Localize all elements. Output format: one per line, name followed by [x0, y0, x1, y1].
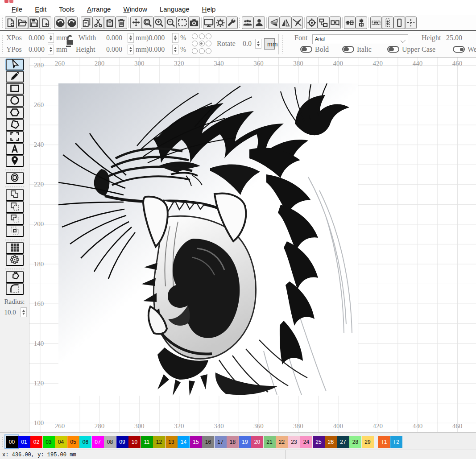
center-origin-button[interactable] [306, 17, 318, 29]
height-spinner[interactable] [128, 45, 134, 54]
distribute-horizontal-button[interactable] [344, 17, 356, 29]
hexagon-tool-tool-button[interactable] [6, 107, 24, 119]
font-select[interactable]: Arial [312, 34, 408, 44]
fillet-corner-tool-button[interactable] [6, 283, 24, 295]
draw-pencil-tool-button[interactable] [6, 71, 24, 83]
color-swatch-17[interactable]: 17 [215, 436, 227, 448]
color-swatch-20[interactable]: 20 [251, 436, 263, 448]
text-height-value[interactable]: 25.00 [446, 33, 462, 43]
skew-button[interactable] [291, 17, 303, 29]
menu-tools[interactable]: Tools [53, 4, 81, 14]
zoom-out-button[interactable] [165, 17, 177, 29]
same-width-button[interactable] [370, 17, 382, 29]
rounded-rect-tool-tool-button[interactable] [6, 131, 24, 143]
height-percent-value[interactable]: )0.000 [146, 45, 165, 54]
color-swatch-T1[interactable]: T1 [378, 436, 390, 448]
anchor-point-0[interactable] [192, 33, 198, 39]
menu-arrange[interactable]: Arrange [81, 4, 117, 14]
align-pair-button[interactable] [329, 17, 341, 29]
copy-button[interactable] [81, 17, 92, 29]
main-toolbar-drag-handle[interactable] [1, 17, 4, 28]
xpos-spinner[interactable] [48, 33, 54, 43]
color-swatch-07[interactable]: 07 [92, 436, 104, 448]
anchor-point-6[interactable] [192, 48, 198, 54]
unit-mm-button[interactable]: mm [264, 38, 275, 50]
color-swatch-22[interactable]: 22 [276, 436, 288, 448]
align-connect-button[interactable] [318, 17, 329, 29]
color-swatch-18[interactable]: 18 [227, 436, 239, 448]
settings-gear-button[interactable] [215, 17, 226, 29]
menu-file[interactable]: File [5, 4, 29, 14]
same-height-button[interactable] [382, 17, 393, 29]
paste-button[interactable] [104, 17, 116, 29]
weld-union-tool-button[interactable] [6, 189, 24, 201]
group-button[interactable] [242, 17, 253, 29]
rotate-value[interactable]: 0.0 [243, 39, 252, 49]
grid-array-tool-button[interactable] [6, 242, 24, 254]
width-percent-spinner[interactable] [172, 33, 178, 43]
polygon-tool-tool-button[interactable] [6, 119, 24, 131]
zoom-fit-button[interactable] [142, 17, 153, 29]
aspect-lock-icon[interactable] [65, 34, 75, 50]
weld-intersect-tool-button[interactable] [6, 225, 24, 237]
camera-button[interactable] [188, 17, 200, 29]
cut-button[interactable] [92, 17, 104, 29]
color-swatch-05[interactable]: 05 [67, 436, 79, 448]
palette-drag-handle[interactable] [1, 436, 4, 448]
point-tool-tool-button[interactable] [6, 155, 24, 167]
color-swatch-T2[interactable]: T2 [390, 436, 402, 448]
color-swatch-11[interactable]: 11 [141, 436, 153, 448]
color-swatch-00[interactable]: 00 [6, 436, 18, 448]
color-swatch-28[interactable]: 28 [349, 436, 361, 448]
menu-window[interactable]: Window [117, 4, 153, 14]
height-percent-spinner[interactable] [172, 45, 178, 54]
arrange-toolbar-drag-handle[interactable] [238, 17, 240, 28]
color-swatch-04[interactable]: 04 [55, 436, 67, 448]
color-swatch-10[interactable]: 10 [128, 436, 141, 448]
ellipse-tool-tool-button[interactable] [6, 95, 24, 107]
italic-toggle[interactable] [342, 46, 354, 53]
color-swatch-08[interactable]: 08 [104, 436, 116, 448]
color-swatch-01[interactable]: 01 [18, 436, 30, 448]
bold-toggle[interactable] [300, 46, 312, 53]
delete-button[interactable] [116, 17, 127, 29]
drawing-canvas[interactable]: 2602602802803003003203203403403603603803… [29, 58, 476, 432]
anchor-point-2[interactable] [206, 33, 211, 39]
text-tool-tool-button[interactable] [6, 143, 24, 155]
xpos-value[interactable]: 0.000 [29, 33, 45, 43]
menu-language[interactable]: Language [153, 4, 196, 14]
height-value[interactable]: 0.000 [106, 45, 122, 54]
ypos-spinner[interactable] [48, 45, 54, 54]
anchor-point-1[interactable] [199, 33, 205, 39]
circular-array-tool-button[interactable] [6, 254, 24, 266]
ungroup-button[interactable] [253, 17, 265, 29]
color-swatch-27[interactable]: 27 [337, 436, 349, 448]
marquee-select-button[interactable] [177, 17, 188, 29]
color-swatch-09[interactable]: 09 [116, 436, 128, 448]
placed-image-tiger[interactable] [58, 83, 358, 396]
ypos-value[interactable]: 0.000 [29, 45, 45, 54]
zoom-in-button[interactable] [153, 17, 165, 29]
rotate-shape-tool-button[interactable] [6, 271, 24, 283]
color-swatch-06[interactable]: 06 [79, 436, 91, 448]
color-swatch-14[interactable]: 14 [178, 436, 190, 448]
redo-button[interactable] [66, 17, 78, 29]
color-swatch-15[interactable]: 15 [190, 436, 202, 448]
weld-subtract-tool-button[interactable] [6, 201, 24, 213]
offset-rings-tool-button[interactable] [6, 172, 24, 184]
export-button[interactable] [40, 17, 51, 29]
open-file-button[interactable] [17, 17, 28, 29]
anchor-point-4[interactable] [199, 41, 205, 46]
color-swatch-16[interactable]: 16 [202, 436, 214, 448]
radius-spinner[interactable] [21, 307, 27, 317]
preview-monitor-button[interactable] [203, 17, 215, 29]
radius-value[interactable]: 10.0 [4, 307, 16, 317]
menu-edit[interactable]: Edit [29, 4, 53, 14]
select-arrow-tool-button[interactable] [6, 59, 24, 70]
anchor-point-5[interactable] [206, 41, 211, 46]
color-swatch-24[interactable]: 24 [300, 436, 312, 448]
welde-toggle[interactable] [453, 46, 465, 53]
tools-wrench-button[interactable] [226, 17, 238, 29]
same-size-button[interactable] [393, 17, 405, 29]
color-swatch-26[interactable]: 26 [325, 436, 337, 448]
